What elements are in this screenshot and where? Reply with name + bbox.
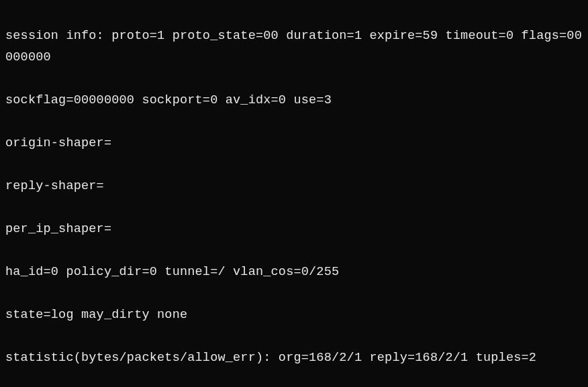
state-line: state=log may_dirty none xyxy=(5,305,583,326)
reply-shaper-line: reply-shaper= xyxy=(5,176,583,197)
sockflag-line: sockflag=00000000 sockport=0 av_idx=0 us… xyxy=(5,90,583,111)
origin-shaper-line: origin-shaper= xyxy=(5,133,583,154)
per-ip-shaper-line: per_ip_shaper= xyxy=(5,219,583,240)
statistic-line: statistic(bytes/packets/allow_err): org=… xyxy=(5,347,583,369)
session-info-line: session info: proto=1 proto_state=00 dur… xyxy=(5,25,583,68)
terminal-output: session info: proto=1 proto_state=00 dur… xyxy=(0,0,588,387)
ha-id-line: ha_id=0 policy_dir=0 tunnel=/ vlan_cos=0… xyxy=(5,262,583,283)
